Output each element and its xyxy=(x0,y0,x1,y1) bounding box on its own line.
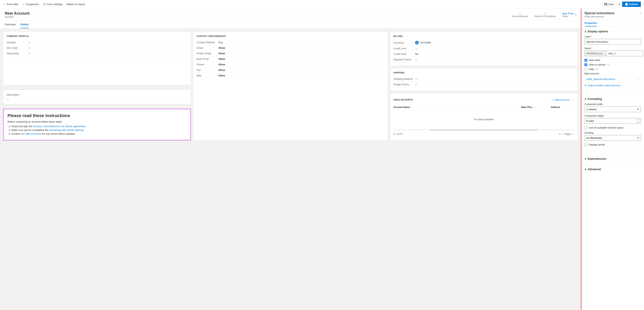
web-resource-menu-icon[interactable]: ⋮ xyxy=(636,78,639,81)
child-more-icon[interactable]: ⋮ xyxy=(572,98,574,101)
name-field-label: Name * xyxy=(584,47,641,50)
tab-summary[interactable]: Summary xyxy=(5,21,16,28)
height-up-icon[interactable]: ▲ xyxy=(638,118,641,121)
hide-label-checkbox[interactable] xyxy=(584,59,587,62)
phone-value: Allow xyxy=(218,63,225,66)
collapse-dependencies-icon: ∧ xyxy=(584,157,586,160)
scroll-track xyxy=(394,129,574,130)
display-options-header[interactable]: ∧ Display options xyxy=(584,30,641,33)
rp-tab-properties[interactable]: Properties xyxy=(584,20,597,27)
component-width-label: Component width xyxy=(584,103,641,106)
save-button[interactable]: 💾 Save xyxy=(602,2,616,7)
new-account-label: New Account xyxy=(554,98,570,101)
next-page-icon[interactable]: › xyxy=(574,133,574,135)
freight-terms-label: Freight Terms xyxy=(394,83,415,86)
scrolling-select[interactable]: As Necessary Always Never Auto xyxy=(584,135,641,141)
shipping-panel: SHIPPING Shipping Method --- Freight Ter… xyxy=(390,68,578,91)
employees-block: --- Number of Employees xyxy=(534,12,556,17)
shipping-method-label: Shipping Method xyxy=(394,77,415,80)
collapse-advanced-icon: ∧ xyxy=(584,168,586,171)
description-panel: Description --- xyxy=(3,90,191,104)
account-name-sort-icon[interactable]: ↑↓ xyxy=(410,106,412,108)
rp-close-button[interactable]: › xyxy=(640,12,641,15)
advanced-section[interactable]: ∧ Advanced xyxy=(584,166,641,173)
save-dropdown-button[interactable]: ▾ xyxy=(618,2,621,7)
child-table-header: Account Name ↑↓ Main Pho... ↕ Address xyxy=(394,105,574,110)
company-profile-title: COMPANY PROFILE xyxy=(6,35,188,37)
html-steps-list: Read and sign the Contoso commitment to … xyxy=(8,125,186,135)
first-page-icon[interactable]: ⊲ xyxy=(559,133,560,135)
hide-label-text: Hide label xyxy=(589,59,600,62)
toolbar-right: 💾 Save ▾ 📄 Publish xyxy=(602,2,641,7)
display-border-row: Display border xyxy=(584,143,641,146)
name-input[interactable] xyxy=(606,51,643,56)
child-actions: ＋ New Account ⋮ xyxy=(551,98,574,101)
ownership-value: --- xyxy=(28,52,31,55)
select-web-resource-link[interactable]: ⇄ Select another web resource xyxy=(584,84,641,87)
annual-revenue-label: Annual Revenue xyxy=(512,15,528,17)
form-settings-icon: 📋 xyxy=(43,3,46,6)
height-down-icon[interactable]: ▼ xyxy=(638,121,641,124)
contoso-link[interactable]: Contoso commitment to our clients agreem… xyxy=(33,125,85,128)
form-settings-btn[interactable]: 📋 Form settings xyxy=(43,3,62,6)
right-panel: Special instructions HTML web resource ›… xyxy=(581,9,644,310)
display-border-checkbox[interactable] xyxy=(584,143,587,146)
owner-name[interactable]: Matt Peart xyxy=(562,12,574,15)
contact-preferences-panel: CONTACT PREFERENCES Contact Method Any E… xyxy=(193,32,388,140)
publish-label: Publish xyxy=(629,3,638,6)
new-account-button[interactable]: ＋ New Account xyxy=(551,98,570,101)
account-title-block: New Account Account xyxy=(5,11,512,18)
form-field-btn[interactable]: ＋ Form field xyxy=(3,3,18,6)
owner-chevron-icon[interactable]: ▾ xyxy=(575,14,576,16)
hide-checkbox[interactable] xyxy=(584,68,587,71)
hide-on-phone-checkbox[interactable] xyxy=(584,63,587,66)
html-step-3: Contact Jim with accounts for any recent… xyxy=(12,132,186,135)
phone-sort-icon[interactable]: ↕ xyxy=(534,106,536,108)
advanced-label: Advanced xyxy=(588,168,601,171)
scroll-thumb xyxy=(430,129,538,130)
bulk-email-label: Bulk Email xyxy=(196,57,218,60)
new-account-icon: ＋ xyxy=(551,98,554,101)
use-all-space-checkbox[interactable] xyxy=(584,126,587,129)
form-settings-label: Form settings xyxy=(47,3,62,6)
sic-code-label: SIC Code xyxy=(6,46,28,49)
credit-limit-label: Credit Limit xyxy=(394,47,415,50)
col-account-name-header: Account Name ↑↓ xyxy=(394,106,521,109)
component-height-select[interactable]: 1 row 2 rows 3 rows 4 rows 5 rows 6 rows xyxy=(584,118,638,124)
formatting-header[interactable]: ∧ Formatting xyxy=(584,97,641,100)
form-field-icon: ＋ xyxy=(3,3,6,6)
child-accounts-panel: CHILD ACCOUNTS ＋ New Account ⋮ xyxy=(390,93,578,140)
account-title: New Account xyxy=(5,11,512,16)
col-address-header: Address xyxy=(551,106,574,109)
tabs-bar: Summary Details xyxy=(0,21,581,29)
display-options-label: Display options xyxy=(588,30,608,33)
component-width-field: Component width 1 column 2 columns 3 col… xyxy=(584,103,641,112)
prev-page-icon[interactable]: ‹ xyxy=(562,133,563,135)
annual-revenue-value: --- xyxy=(512,12,528,15)
rp-header: Special instructions HTML web resource › xyxy=(581,9,644,20)
phone-label: Phone xyxy=(196,63,218,66)
training-link[interactable]: Interacting with clients training xyxy=(49,128,83,131)
scrolling-field: Scrolling As Necessary Always Never Auto xyxy=(584,131,641,141)
web-resource-row: crfb6_special-instructions ⋮ xyxy=(584,76,641,82)
billing-panel: BILLING Currency $ US Dollar Credit Limi… xyxy=(390,32,578,66)
tab-details[interactable]: Details xyxy=(20,21,29,28)
dependencies-section[interactable]: ∧ Dependencies xyxy=(584,155,641,162)
follow-email-label: Follow Email xyxy=(196,52,218,55)
contact-preferences-title: CONTACT PREFERENCES xyxy=(196,35,384,37)
html-step-1: Read and sign the Contoso commitment to … xyxy=(12,125,186,128)
hide-on-phone-text: Hide on phone xyxy=(589,63,606,66)
hide-label-row: Hide label xyxy=(584,59,641,62)
switch-classic-btn[interactable]: Switch to classic xyxy=(66,3,85,6)
jim-link[interactable]: Jim with accounts xyxy=(21,132,41,135)
component-width-select[interactable]: 1 column 2 columns 3 columns xyxy=(584,106,641,112)
web-resource-name[interactable]: crfb6_special-instructions xyxy=(586,78,615,81)
right-column: BILLING Currency $ US Dollar Credit Limi… xyxy=(390,32,578,140)
publish-button[interactable]: 📄 Publish xyxy=(622,2,641,7)
pagination-info: 0 - 0 of 0 xyxy=(394,133,403,135)
ownership-label: Ownership xyxy=(6,52,28,55)
account-name-label: Account Name xyxy=(394,106,410,109)
no-data-message: No data available xyxy=(394,110,574,129)
component-btn[interactable]: ＋ Component xyxy=(22,3,39,6)
label-input[interactable] xyxy=(584,39,641,45)
